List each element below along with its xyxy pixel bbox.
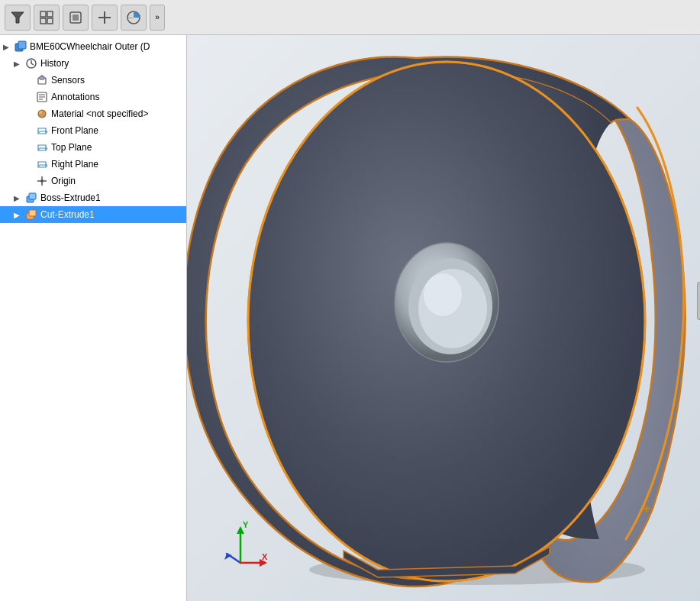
svg-point-20 xyxy=(38,110,46,118)
material-expand-arrow xyxy=(24,110,35,118)
tree-item-right-plane[interactable]: Right Plane xyxy=(0,156,186,173)
right-plane-expand-arrow xyxy=(24,160,35,169)
tree-item-origin[interactable]: Origin xyxy=(0,173,186,189)
history-icon xyxy=(24,57,38,70)
left-panel: ▶ BME60CWheelchair Outer (D ▶ xyxy=(0,35,187,601)
front-plane-icon xyxy=(35,124,49,137)
origin-label: Origin xyxy=(51,176,76,186)
viewport-content: Y X + xyxy=(187,35,700,601)
main-area: ▶ BME60CWheelchair Outer (D ▶ xyxy=(0,35,700,601)
cross-button[interactable] xyxy=(92,5,118,31)
svg-rect-3 xyxy=(40,18,46,24)
origin-expand-arrow xyxy=(24,177,35,186)
3d-model-svg xyxy=(187,35,700,601)
top-plane-expand-arrow xyxy=(24,144,35,152)
boss-extrude1-label: Boss-Extrude1 xyxy=(40,192,101,203)
svg-point-21 xyxy=(39,111,42,114)
root-icon xyxy=(14,40,27,53)
svg-rect-11 xyxy=(18,41,26,49)
main-toolbar: » xyxy=(0,0,700,35)
svg-rect-40 xyxy=(29,210,36,216)
annotations-expand-arrow xyxy=(24,93,35,102)
svg-marker-0 xyxy=(11,12,24,23)
top-plane-icon xyxy=(35,141,49,154)
tree-item-history[interactable]: ▶ History xyxy=(0,55,186,72)
root-label: BME60CWheelchair Outer (D xyxy=(30,41,150,52)
tree-root-item[interactable]: ▶ BME60CWheelchair Outer (D xyxy=(0,38,186,55)
sensors-icon xyxy=(35,73,49,87)
tree-item-sensors[interactable]: Sensors xyxy=(0,72,186,89)
more-button[interactable]: » xyxy=(150,5,165,31)
tree-item-annotations[interactable]: Annotations xyxy=(0,89,186,105)
annotations-label: Annotations xyxy=(51,92,99,102)
palette-button[interactable] xyxy=(121,5,147,31)
component-button[interactable] xyxy=(63,5,89,31)
root-expand-arrow: ▶ xyxy=(3,43,14,51)
tree-item-top-plane[interactable]: Top Plane xyxy=(0,139,186,156)
filter-button[interactable] xyxy=(5,5,31,31)
tree-item-front-plane[interactable]: Front Plane xyxy=(0,122,186,139)
tree-item-cut-extrude1[interactable]: ▶ Cut-Extrude1 xyxy=(0,206,186,223)
cut-extrude1-icon xyxy=(24,208,38,221)
svg-rect-4 xyxy=(47,18,53,24)
front-plane-expand-arrow xyxy=(24,127,35,135)
right-plane-icon xyxy=(35,157,49,171)
svg-rect-2 xyxy=(47,11,53,17)
boss-extrude1-icon xyxy=(24,191,38,205)
tree-item-material[interactable]: Material <not specified> xyxy=(0,105,186,122)
cut-extrude1-expand-arrow: ▶ xyxy=(14,211,24,219)
history-expand-arrow: ▶ xyxy=(14,60,24,68)
feature-tree: ▶ BME60CWheelchair Outer (D ▶ xyxy=(0,35,186,601)
sensors-expand-arrow xyxy=(24,76,35,85)
top-plane-label: Top Plane xyxy=(51,142,92,153)
viewport-crosshair: + xyxy=(642,501,650,517)
cut-extrude1-label: Cut-Extrude1 xyxy=(40,209,95,220)
history-label: History xyxy=(40,58,69,69)
svg-point-36 xyxy=(40,179,44,183)
more-label: » xyxy=(155,13,160,21)
front-plane-label: Front Plane xyxy=(51,125,98,136)
origin-icon xyxy=(35,174,49,188)
svg-rect-1 xyxy=(40,11,46,17)
boss-extrude1-expand-arrow: ▶ xyxy=(14,194,24,202)
material-icon xyxy=(35,107,49,121)
svg-point-47 xyxy=(424,273,462,316)
svg-rect-14 xyxy=(40,76,44,79)
tree-item-boss-extrude1[interactable]: ▶ Boss-Extrude1 xyxy=(0,189,186,206)
material-label: Material <not specified> xyxy=(51,108,148,119)
viewport: Y X + xyxy=(187,35,700,601)
svg-rect-6 xyxy=(73,15,79,21)
svg-rect-38 xyxy=(29,193,36,199)
annotations-icon xyxy=(35,90,49,104)
right-plane-label: Right Plane xyxy=(51,159,98,170)
grid-button[interactable] xyxy=(34,5,60,31)
sensors-label: Sensors xyxy=(51,75,85,86)
